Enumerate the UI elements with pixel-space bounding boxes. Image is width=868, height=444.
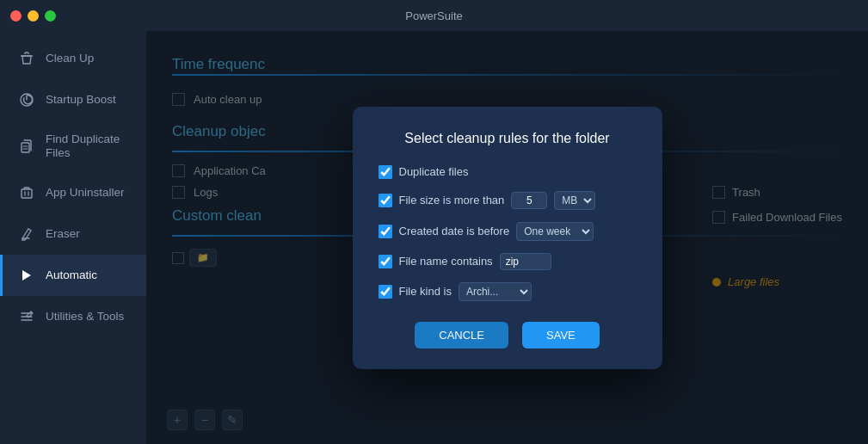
startup-label: Startup Boost (46, 93, 116, 107)
sidebar-item-automatic[interactable]: Automatic (0, 255, 146, 296)
rule-file-size: File size is more than MB GB KB (379, 191, 637, 210)
modal-actions: CANCLE SAVE (379, 322, 637, 348)
rule-file-name: File name contains (379, 253, 637, 270)
file-name-label: File name contains (399, 255, 493, 268)
created-date-checkbox[interactable] (379, 225, 392, 238)
rule-created-date: Created date is before One week One mont… (379, 222, 637, 241)
maximize-button[interactable] (45, 10, 56, 22)
duplicates-label: Find DuplicateFiles (46, 133, 120, 160)
automatic-icon (18, 267, 35, 284)
uninstaller-label: App Uninstaller (46, 186, 125, 200)
eraser-label: Eraser (46, 227, 80, 241)
content-area: Time frequenc Auto clean up Cleanup obje… (146, 31, 868, 444)
modal-overlay: Select cleanup rules for the folder Dupl… (146, 31, 868, 444)
file-kind-label: File kind is (399, 285, 452, 298)
automatic-label: Automatic (46, 268, 97, 282)
main-layout: Clean Up Startup Boost Find DuplicateF (0, 31, 868, 444)
utilities-label: Utilities & Tools (46, 310, 124, 324)
traffic-lights (10, 10, 56, 22)
utilities-icon (18, 308, 35, 325)
duplicate-files-label: Duplicate files (399, 165, 469, 178)
file-name-input[interactable] (500, 253, 551, 270)
file-size-label: File size is more than (399, 194, 505, 207)
file-size-checkbox[interactable] (379, 194, 392, 207)
cleanup-icon (18, 50, 35, 67)
cleanup-rules-modal: Select cleanup rules for the folder Dupl… (353, 107, 662, 369)
sidebar-item-utilities[interactable]: Utilities & Tools (0, 296, 146, 337)
file-kind-select[interactable]: Archi... Image Video Audio Document (459, 282, 532, 301)
save-button[interactable]: SAVE (522, 322, 600, 348)
sidebar-item-eraser[interactable]: Eraser (0, 213, 146, 255)
duplicates-icon (18, 138, 35, 155)
created-date-label: Created date is before (399, 225, 510, 237)
uninstaller-icon (18, 184, 35, 201)
modal-title: Select cleanup rules for the folder (379, 131, 637, 146)
eraser-icon (18, 225, 35, 243)
file-size-unit-select[interactable]: MB GB KB (554, 191, 595, 210)
title-bar: PowerSuite (0, 0, 868, 31)
cancel-button[interactable]: CANCLE (415, 322, 508, 348)
svg-marker-3 (22, 270, 31, 281)
app-title: PowerSuite (405, 9, 462, 22)
rule-duplicate-files: Duplicate files (379, 165, 637, 179)
file-kind-checkbox[interactable] (379, 285, 392, 299)
file-name-checkbox[interactable] (379, 255, 392, 268)
minimize-button[interactable] (28, 10, 39, 22)
file-size-input[interactable] (511, 192, 547, 209)
close-button[interactable] (10, 10, 22, 22)
svg-rect-1 (22, 143, 29, 152)
sidebar-item-cleanup[interactable]: Clean Up (0, 38, 146, 79)
startup-icon (18, 91, 35, 108)
sidebar-item-uninstaller[interactable]: App Uninstaller (0, 172, 146, 213)
cleanup-label: Clean Up (46, 52, 94, 65)
created-date-select[interactable]: One week One month One year (516, 222, 594, 241)
sidebar-item-duplicates[interactable]: Find DuplicateFiles (0, 120, 146, 172)
svg-rect-2 (22, 189, 32, 198)
sidebar: Clean Up Startup Boost Find DuplicateF (0, 31, 146, 444)
sidebar-item-startup[interactable]: Startup Boost (0, 79, 146, 120)
rule-file-kind: File kind is Archi... Image Video Audio … (379, 282, 637, 301)
duplicate-files-checkbox[interactable] (379, 165, 392, 179)
